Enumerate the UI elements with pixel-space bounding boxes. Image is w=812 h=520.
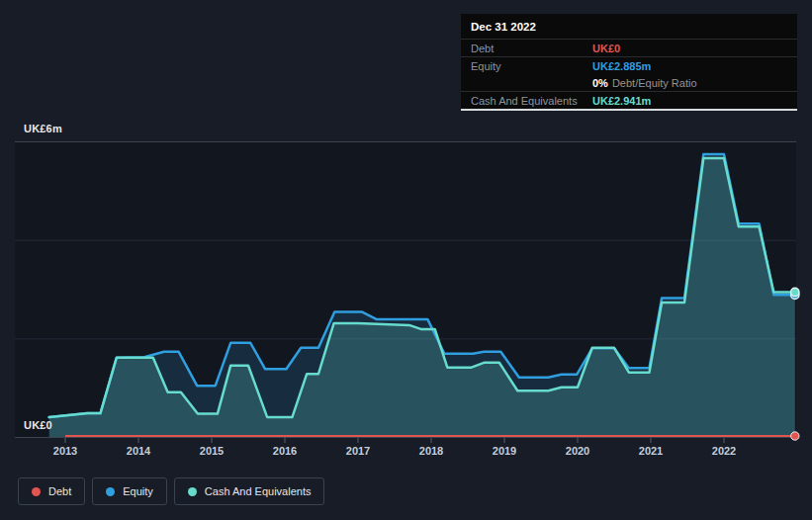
tooltip-row-debt: DebtUK£0 [461,40,797,56]
x-axis-label-2022: 2022 [712,445,736,457]
cash-end-marker[interactable] [791,288,799,296]
legend-item-equity[interactable]: Equity [92,477,167,505]
x-axis-label-2013: 2013 [53,445,77,457]
chart-panel: UK£6m UK£0 20132014201520162017201820192… [0,0,812,520]
tooltip-label-debt: Debt [471,43,592,54]
debt-end-marker[interactable] [791,432,799,440]
tooltip-row-equity: EquityUK£2.885m [461,56,797,74]
x-axis-label-2017: 2017 [346,445,370,457]
equity-legend-dot-icon [106,487,115,496]
x-axis-label-2019: 2019 [493,445,516,457]
legend-label-debt: Debt [48,485,71,497]
legend-item-debt[interactable]: Debt [18,477,85,505]
tooltip-label-cash: Cash And Equivalents [471,95,592,107]
debt-legend-dot-icon [32,487,41,496]
x-axis-label-2016: 2016 [273,445,297,457]
legend-label-equity: Equity [123,485,153,497]
tooltip-value-cash: UK£2.941m [592,95,651,107]
tooltip-ratio-label: Debt/Equity Ratio [612,77,697,89]
y-axis-top-label: UK£6m [24,123,62,134]
legend-item-cash[interactable]: Cash And Equivalents [174,477,325,505]
data-readout-tooltip: Dec 31 2022 DebtUK£0EquityUK£2.885m0%Deb… [461,14,797,111]
x-axis-label-2015: 2015 [200,445,224,457]
x-axis-label-2014: 2014 [127,445,150,457]
tooltip-date: Dec 31 2022 [461,14,797,40]
cash-legend-dot-icon [188,487,197,496]
y-axis-zero-label: UK£0 [24,419,52,431]
x-axis-label-2021: 2021 [639,445,663,457]
tooltip-row-cash: Cash And EquivalentsUK£2.941m [461,91,797,109]
chart-legend: DebtEquityCash And Equivalents [18,477,324,505]
x-axis-label-2018: 2018 [419,445,443,457]
tooltip-value-debt: UK£0 [592,43,620,54]
tooltip-ratio-value: 0% [592,77,608,89]
tooltip-value-equity: UK£2.885m [592,60,651,72]
legend-label-cash: Cash And Equivalents [205,485,312,497]
tooltip-row-ratio: 0%Debt/Equity Ratio [461,74,797,91]
x-axis-label-2020: 2020 [566,445,589,457]
tooltip-label-equity: Equity [471,60,592,72]
